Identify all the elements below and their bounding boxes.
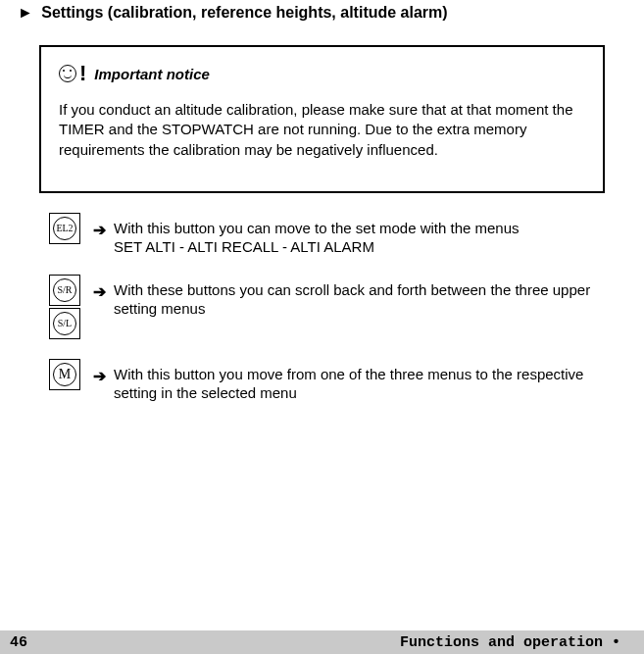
instruction-text: With these buttons you can scroll back a… xyxy=(114,275,605,319)
instruction-row: S/R S/L ➔ With these buttons you can scr… xyxy=(49,275,605,341)
button-icons-col: EL2 xyxy=(49,213,84,246)
instruction-row: EL2 ➔ With this button you can move to t… xyxy=(49,213,605,257)
button-label: S/R xyxy=(53,278,76,302)
notice-icon: ! xyxy=(59,61,86,86)
section-label: Functions and operation • xyxy=(400,634,644,651)
smiley-icon xyxy=(59,65,76,82)
instruction-text: With this button you move from one of th… xyxy=(114,359,605,403)
el2-button-icon: EL2 xyxy=(49,213,80,244)
arrow-icon: ➔ xyxy=(84,275,114,301)
instruction-line: With these buttons you can scroll back a… xyxy=(114,280,605,319)
m-button-icon: M xyxy=(49,359,80,390)
instruction-line: SET ALTI - ALTI RECALL - ALTI ALARM xyxy=(114,237,520,257)
instruction-row: M ➔ With this button you move from one o… xyxy=(49,359,605,403)
instruction-line: With this button you can move to the set… xyxy=(114,219,520,238)
instruction-text: With this button you can move to the set… xyxy=(114,213,520,257)
notice-body: If you conduct an altitude calibration, … xyxy=(59,100,585,160)
button-icons-col: S/R S/L xyxy=(49,275,84,341)
page-number: 46 xyxy=(0,634,27,651)
notice-title: Important notice xyxy=(94,66,210,82)
sl-button-icon: S/L xyxy=(49,308,80,339)
notice-title-row: ! Important notice xyxy=(59,61,585,86)
heading-text: Settings (calibration, reference heights… xyxy=(41,4,447,21)
button-label: EL2 xyxy=(53,217,76,240)
button-icons-col: M xyxy=(49,359,84,392)
button-label: S/L xyxy=(53,312,76,335)
arrow-icon: ➔ xyxy=(84,359,114,385)
page-footer: 46 Functions and operation • xyxy=(0,630,644,654)
heading-arrow-icon: ► xyxy=(18,4,33,21)
instruction-line: With this button you move from one of th… xyxy=(114,365,605,403)
button-label: M xyxy=(53,363,76,386)
notice-box: ! Important notice If you conduct an alt… xyxy=(39,45,605,193)
page-heading: ► Settings (calibration, reference heigh… xyxy=(0,0,644,25)
instruction-list: EL2 ➔ With this button you can move to t… xyxy=(49,213,605,403)
arrow-icon: ➔ xyxy=(84,213,114,239)
sr-button-icon: S/R xyxy=(49,275,80,306)
exclamation-icon: ! xyxy=(79,61,86,86)
